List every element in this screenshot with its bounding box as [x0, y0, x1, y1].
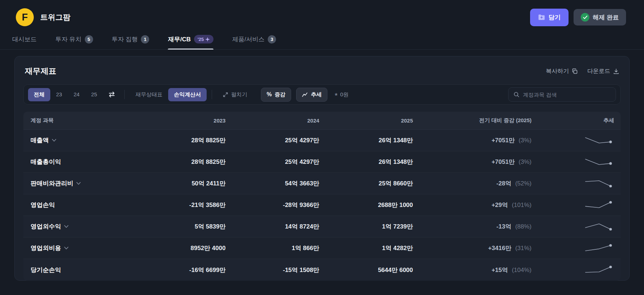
delta-toggle-button[interactable]: % 증감 [261, 88, 291, 102]
account-search-input[interactable] [523, 92, 611, 98]
tab-label: 투자 유치 [55, 35, 82, 43]
company-name: 트위그팜 [40, 12, 70, 22]
delta-value: +3416만 [488, 245, 511, 252]
release-done-button[interactable]: 해제 완료 [574, 9, 626, 26]
table-row: 영업외수익 5억 5839만 14억 8724만 1억 7239만 -13억 (… [23, 216, 621, 238]
delta-cell: +29억 (101%) [416, 201, 534, 209]
value-2023: 5억 5839만 [135, 222, 229, 231]
table-row: 판매비와관리비 50억 2411만 54억 3663만 25억 8660만 -2… [23, 173, 621, 194]
delta-percent: (88%) [515, 223, 532, 230]
chevron-down-icon [64, 246, 69, 250]
statement-filter-손익계산서[interactable]: 손익계산서 [168, 88, 207, 101]
statement-filter-group: 재무상태표손익계산서 [130, 88, 207, 101]
value-2023: 28억 8825만 [135, 136, 229, 144]
zero-won-toggle[interactable]: * 0원 [335, 91, 349, 98]
value-2025: 1억 7239만 [322, 222, 416, 231]
account-cell: 당기순손익 [23, 266, 135, 274]
tab[interactable]: 제품/서비스 3 [232, 35, 276, 49]
sparkle-icon [205, 37, 210, 42]
folder-plus-icon [538, 14, 545, 20]
delta-toggle-label: 증감 [275, 91, 285, 98]
tab-badge: '25 [194, 35, 214, 43]
delta-value: +7051만 [492, 137, 515, 144]
tab[interactable]: 재무/CB '25 [168, 35, 213, 49]
delta-percent: (3%) [519, 158, 532, 165]
account-cell[interactable]: 영업외비용 [23, 244, 135, 252]
tab-label: 대시보드 [12, 35, 37, 43]
account-label: 판매비와관리비 [31, 179, 73, 188]
delta-percent: (31%) [515, 245, 532, 252]
year-filter-23[interactable]: 23 [50, 88, 68, 101]
download-button[interactable]: 다운로드 [587, 68, 619, 75]
year-filter-전체[interactable]: 전체 [28, 88, 50, 101]
delta-percent: (3%) [519, 137, 532, 144]
table-row: 영업외비용 8952만 4000 1억 866만 1억 4282만 +3416만… [23, 238, 621, 259]
value-2024: 1억 866만 [229, 244, 322, 252]
tab[interactable]: 투자 유치 5 [55, 35, 93, 49]
table-row: 매출총이익 28억 8825만 25억 4297만 26억 1348만 +705… [23, 151, 621, 173]
delta-value: -13억 [496, 223, 511, 230]
value-2025: 26억 1348만 [322, 158, 416, 166]
copy-button[interactable]: 복사하기 [546, 68, 578, 75]
tab-badge: 3 [268, 35, 276, 43]
trend-icon [302, 92, 308, 97]
copy-button-label: 복사하기 [546, 68, 569, 75]
year-filter-24[interactable]: 24 [68, 88, 86, 101]
tab[interactable]: 투자 집행 1 [112, 35, 150, 49]
value-2023: -16억 6699만 [135, 266, 229, 274]
statement-filter-재무상태표[interactable]: 재무상태표 [130, 88, 168, 101]
value-2024: 25억 4297만 [229, 158, 322, 166]
trend-toggle-button[interactable]: 추세 [296, 88, 327, 102]
account-cell[interactable]: 매출액 [23, 136, 135, 144]
header-account: 계정 과목 [23, 117, 135, 124]
tab-badge: 1 [141, 35, 149, 43]
table-header-row: 계정 과목 2023 2024 2025 전기 대비 증감 (2025) 추세 [23, 112, 621, 130]
card-title: 재무제표 [25, 66, 56, 77]
chevron-down-icon [64, 225, 69, 228]
copy-icon [572, 68, 578, 74]
delta-value: -28억 [496, 180, 511, 187]
account-label: 영업손익 [31, 201, 55, 209]
value-2025: 1억 4282만 [322, 244, 416, 252]
account-cell: 매출총이익 [23, 158, 135, 166]
asterisk-icon: * [335, 94, 337, 97]
value-2025: 2688만 1000 [322, 201, 416, 209]
swap-years-button[interactable] [104, 88, 119, 101]
zero-toggle-label: 0원 [340, 91, 348, 98]
delta-cell: +7051만 (3%) [416, 136, 534, 144]
account-cell[interactable]: 영업외수익 [23, 222, 135, 231]
account-cell[interactable]: 판매비와관리비 [23, 179, 135, 188]
header-2025: 2025 [322, 117, 416, 124]
delta-percent: (52%) [515, 180, 532, 187]
tab-bar: 대시보드 투자 유치 5 투자 집행 1 재무/CB '25 제품/서비스 3 [0, 33, 644, 50]
header-delta: 전기 대비 증감 (2025) [416, 117, 534, 124]
delta-percent: (104%) [512, 267, 532, 273]
trend-sparkline [534, 179, 621, 188]
year-filter-25[interactable]: 25 [85, 88, 103, 101]
tab[interactable]: 대시보드 [12, 35, 37, 49]
delta-cell: +3416만 (31%) [416, 244, 534, 252]
value-2024: -28억 9366만 [229, 201, 322, 209]
trend-sparkline [534, 200, 621, 210]
delta-cell: +15억 (104%) [416, 266, 534, 274]
trend-sparkline [534, 265, 621, 275]
expand-all-button[interactable]: 펼치기 [217, 88, 253, 101]
check-circle-icon [581, 13, 589, 22]
account-label: 매출총이익 [31, 158, 61, 166]
value-2025: 5644만 6000 [322, 266, 416, 274]
add-to-list-button[interactable]: 담기 [530, 9, 569, 26]
expand-icon [223, 92, 228, 97]
financial-table: 계정 과목 2023 2024 2025 전기 대비 증감 (2025) 추세 … [23, 112, 621, 281]
toolbar-divider [212, 90, 212, 99]
percent-icon: % [267, 91, 272, 98]
year-filter-group: 전체232425 [28, 88, 103, 101]
table-row: 영업손익 -21억 3586만 -28억 9366만 2688만 1000 +2… [23, 194, 621, 216]
trend-sparkline [534, 157, 621, 167]
logo-letter: F [22, 12, 28, 23]
header-2023: 2023 [135, 117, 229, 124]
download-icon [613, 68, 619, 74]
table-row: 당기순손익 -16억 6699만 -15억 1508만 5644만 6000 +… [23, 259, 621, 281]
top-header: F 트위그팜 담기 해제 완료 [0, 0, 644, 28]
trend-toggle-label: 추세 [311, 91, 322, 98]
account-label: 당기순손익 [31, 266, 61, 274]
